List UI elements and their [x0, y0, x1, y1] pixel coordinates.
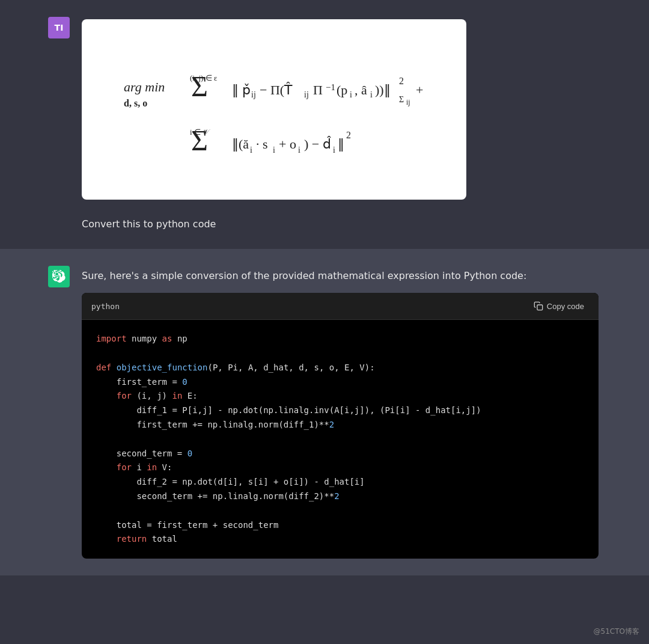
svg-text:‖ p̌: ‖ p̌ — [232, 82, 251, 97]
svg-text:2: 2 — [346, 130, 351, 140]
svg-text:ij: ij — [406, 98, 410, 106]
copy-icon — [534, 301, 543, 311]
svg-text:i: i — [370, 90, 373, 99]
user-message-text: Convert this to python code — [82, 216, 599, 232]
code-language-label: python — [91, 302, 120, 311]
assistant-avatar — [48, 266, 70, 287]
watermark: @51CTO博客 — [594, 627, 639, 637]
svg-text:i: i — [350, 90, 352, 99]
copy-code-button[interactable]: Copy code — [529, 299, 589, 313]
svg-text:(p: (p — [337, 82, 347, 97]
svg-text:i: i — [333, 146, 335, 155]
svg-text:Σ: Σ — [191, 70, 208, 102]
svg-text:ij: ij — [251, 90, 256, 99]
svg-text:arg min: arg min — [124, 79, 165, 94]
math-formula-image: arg min d, s, o (i, j) ∈ ε Σ ‖ p̌ ij − Π… — [82, 19, 466, 200]
svg-text:· s: · s — [256, 136, 268, 152]
user-avatar: TI — [48, 17, 70, 38]
user-message-content: arg min d, s, o (i, j) ∈ ε Σ ‖ p̌ ij − Π… — [82, 17, 599, 232]
svg-text:2: 2 — [399, 76, 404, 86]
svg-text:) − d̂: ) − d̂ — [304, 136, 331, 152]
svg-text:‖(ă: ‖(ă — [232, 136, 249, 152]
assistant-message-content: Sure, here's a simple conversion of the … — [82, 266, 599, 559]
user-message: TI arg min d, s, o (i, j) ∈ ε Σ ‖ p̌ ij … — [0, 0, 649, 249]
svg-text:i: i — [273, 146, 275, 155]
assistant-message: Sure, here's a simple conversion of the … — [0, 249, 649, 576]
svg-text:, â: , â — [355, 82, 367, 97]
svg-text:Σ: Σ — [399, 95, 404, 104]
chat-container: TI arg min d, s, o (i, j) ∈ ε Σ ‖ p̌ ij … — [0, 0, 649, 575]
svg-text:))‖: ))‖ — [375, 82, 391, 97]
assistant-intro-text: Sure, here's a simple conversion of the … — [82, 268, 599, 284]
svg-text:ij: ij — [304, 90, 309, 99]
svg-rect-31 — [537, 305, 543, 310]
svg-text:i: i — [298, 146, 300, 155]
svg-text:‖: ‖ — [338, 136, 344, 152]
svg-text:+: + — [416, 82, 423, 97]
svg-text:i: i — [250, 146, 252, 155]
code-header: python Copy code — [82, 293, 599, 320]
svg-text:−1: −1 — [326, 82, 335, 92]
svg-text:d, s, o: d, s, o — [124, 98, 147, 108]
svg-text:Σ: Σ — [191, 124, 208, 156]
copy-label: Copy code — [547, 302, 584, 311]
math-formula-svg: arg min d, s, o (i, j) ∈ ε Σ ‖ p̌ ij − Π… — [106, 37, 442, 182]
svg-text:Π: Π — [313, 82, 323, 97]
code-block: python Copy code import numpy as np def … — [82, 293, 599, 559]
svg-text:− Π(T̂: − Π(T̂ — [260, 82, 293, 97]
code-pre: import numpy as np def objective_functio… — [96, 332, 584, 547]
svg-text:+ o: + o — [279, 136, 296, 152]
code-body: import numpy as np def objective_functio… — [82, 320, 599, 559]
